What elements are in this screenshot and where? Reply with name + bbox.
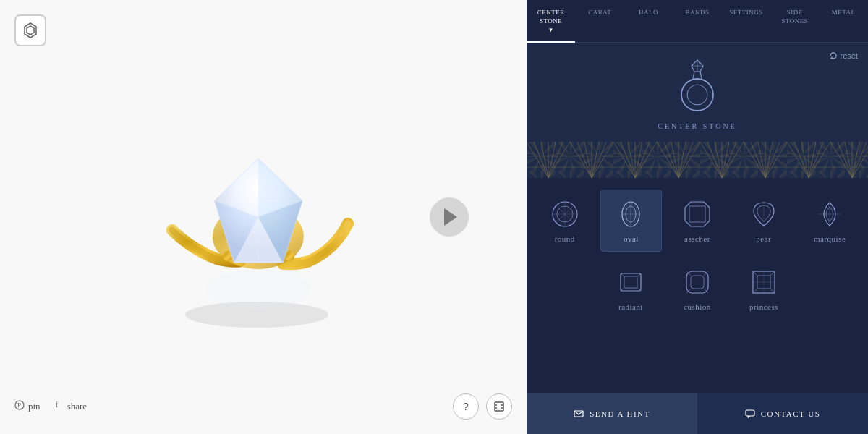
cushion-label: cushion (684, 302, 711, 311)
tab-bands[interactable]: BANDS (673, 0, 721, 42)
pin-link[interactable]: P pin (14, 400, 41, 413)
ring-preview (0, 0, 527, 434)
content-area: reset CENTER STONE (527, 43, 868, 393)
send-hint-label: SEND A HINT (590, 409, 650, 418)
expand-icon (493, 401, 505, 412)
facebook-icon: f (54, 400, 64, 413)
svg-rect-32 (527, 142, 868, 178)
svg-point-29 (687, 85, 707, 105)
help-icon: ? (463, 401, 469, 412)
tab-settings[interactable]: SETTINGS (722, 0, 770, 42)
send-hint-button[interactable]: SEND A HINT (527, 393, 697, 434)
contact-us-button[interactable]: CONTACT US (697, 393, 868, 434)
oval-label: oval (624, 234, 639, 243)
pear-shape-icon (748, 198, 780, 230)
share-link[interactable]: f share (54, 400, 87, 413)
stone-item-oval[interactable]: oval (600, 190, 663, 252)
svg-line-65 (637, 273, 641, 276)
stone-item-cushion[interactable]: cushion (666, 258, 728, 320)
pin-icon: P (14, 400, 25, 413)
tab-side-stones[interactable]: SIDESTONES (770, 0, 819, 42)
radiant-label: radiant (618, 302, 643, 311)
svg-point-16 (206, 269, 310, 308)
svg-line-30 (693, 72, 694, 79)
action-buttons: ? (453, 393, 512, 420)
reset-label: reset (841, 51, 858, 60)
center-stone-icon (668, 57, 726, 115)
svg-line-56 (704, 202, 710, 208)
decorative-band (527, 142, 868, 178)
stone-row-2: radiant cushion (534, 258, 861, 320)
svg-line-76 (753, 271, 757, 276)
svg-line-78 (753, 289, 757, 293)
svg-rect-63 (624, 276, 637, 288)
share-label: share (67, 401, 87, 412)
stone-grid: round oval (534, 190, 861, 320)
tab-carat[interactable]: CARAT (575, 0, 624, 42)
svg-line-79 (770, 289, 775, 293)
stone-display: reset CENTER STONE (527, 43, 868, 142)
tab-center-stone[interactable]: CENTERSTONE ▼ (527, 0, 575, 42)
svg-line-31 (700, 72, 702, 79)
svg-rect-83 (746, 410, 754, 416)
svg-point-28 (681, 79, 713, 111)
play-icon (444, 208, 457, 226)
play-button[interactable] (430, 197, 469, 237)
stone-display-label: CENTER STONE (658, 122, 736, 130)
contact-us-label: CONTACT US (761, 409, 821, 418)
svg-line-57 (685, 221, 691, 226)
stone-row-1: round oval (534, 190, 861, 252)
bottom-bar: P pin f share ? (0, 393, 527, 420)
right-panel: CENTERSTONE ▼ CARAT HALO BANDS SETTINGS … (527, 0, 868, 434)
stone-item-pear[interactable]: pear (733, 190, 795, 252)
reset-icon (829, 51, 838, 60)
help-button[interactable]: ? (453, 393, 479, 420)
stone-item-marquise[interactable]: marquise (799, 190, 861, 252)
tab-navigation: CENTERSTONE ▼ CARAT HALO BANDS SETTINGS … (527, 0, 868, 43)
envelope-icon (574, 409, 584, 419)
svg-line-77 (770, 271, 775, 276)
svg-line-55 (685, 202, 691, 208)
expand-button[interactable] (486, 393, 512, 420)
tab-metal[interactable]: METAL (820, 0, 868, 42)
pear-label: pear (756, 234, 771, 243)
princess-shape-icon (748, 266, 780, 298)
oval-shape-icon (615, 198, 647, 230)
stone-item-round[interactable]: round (534, 190, 596, 252)
pin-label: pin (28, 401, 41, 412)
svg-line-66 (621, 288, 624, 291)
marquise-shape-icon (814, 198, 846, 230)
svg-rect-42 (527, 142, 868, 178)
stone-grid-wrapper: round oval (527, 178, 868, 393)
cta-bar: SEND A HINT CONTACT US (527, 393, 868, 434)
reset-button[interactable]: reset (829, 51, 858, 60)
asscher-label: asscher (684, 234, 710, 243)
stone-item-asscher[interactable]: asscher (666, 190, 728, 252)
svg-line-58 (704, 221, 710, 226)
marquise-label: marquise (814, 234, 846, 243)
svg-rect-54 (689, 206, 705, 222)
stone-item-radiant[interactable]: radiant (600, 258, 662, 320)
svg-line-64 (621, 273, 624, 276)
tab-arrow: ▼ (529, 27, 572, 34)
princess-label: princess (749, 302, 778, 311)
svg-text:f: f (56, 401, 59, 409)
cushion-shape-icon (681, 266, 713, 298)
svg-rect-69 (691, 276, 704, 289)
round-shape-icon (549, 198, 581, 230)
asscher-shape-icon (681, 198, 713, 230)
svg-text:P: P (17, 401, 21, 409)
svg-marker-53 (685, 202, 710, 226)
svg-rect-20 (495, 402, 503, 411)
left-panel: P pin f share ? (0, 0, 527, 434)
social-links: P pin f share (14, 400, 87, 413)
tab-halo[interactable]: HALO (624, 0, 673, 42)
round-label: round (555, 234, 575, 243)
radiant-shape-icon (615, 266, 647, 298)
chat-icon (745, 409, 755, 419)
stone-item-princess[interactable]: princess (733, 258, 795, 320)
svg-line-67 (637, 288, 641, 291)
